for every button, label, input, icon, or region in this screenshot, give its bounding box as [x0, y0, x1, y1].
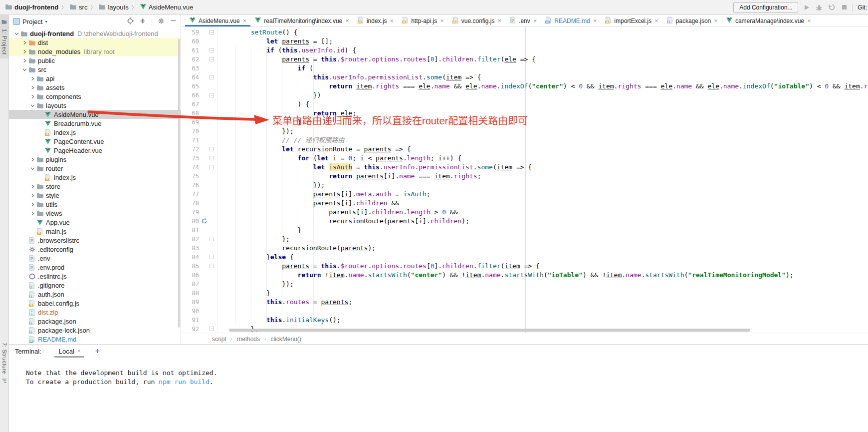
chevron-right-icon[interactable] [21, 48, 28, 55]
code-line-84[interactable]: 84– }else { [181, 253, 868, 262]
code-editor[interactable]: 59– setRoute() {60 let parents = [];61– … [181, 27, 868, 333]
code-line-74[interactable]: 74– let isAuth = this.userInfo.permissio… [181, 163, 868, 172]
tree-item-dist-zip[interactable]: dist.zip [9, 308, 181, 317]
editor-hscrollbar[interactable] [229, 329, 750, 332]
code-line-77[interactable]: 77 parents[i].meta.auth = isAuth; [181, 190, 868, 199]
editor-breadcrumb-script[interactable]: script [212, 336, 226, 343]
close-tab-icon[interactable]: × [533, 17, 537, 24]
code-line-63[interactable]: 63 if ( [181, 64, 868, 73]
editor-breadcrumb-methods[interactable]: methods [237, 336, 260, 343]
code-line-89[interactable]: 89 this.routes = parents; [181, 298, 868, 307]
chevron-down-icon[interactable] [13, 30, 20, 37]
tree-item-asidemenu-vue[interactable]: AsideMenu.vue [9, 110, 181, 119]
chevron-down-icon[interactable] [29, 102, 36, 109]
chevron-right-icon[interactable] [29, 201, 36, 208]
close-tab-icon[interactable]: × [390, 17, 394, 24]
code-line-83[interactable]: 83 recursionRoute(parents); [181, 244, 868, 253]
chevron-right-icon[interactable] [21, 39, 28, 46]
add-configuration-button[interactable]: Add Configuration... [733, 2, 798, 13]
tree-item-auth-json[interactable]: {}auth.json [9, 290, 181, 299]
close-tab-icon[interactable]: × [497, 17, 501, 24]
tree-item-api[interactable]: api [9, 74, 181, 83]
tree-item-browserslistrc[interactable]: .browserslistrc [9, 236, 181, 245]
code-line-72[interactable]: 72– let recursionRoute = parents => { [181, 145, 868, 154]
collapse-all-icon[interactable] [139, 17, 146, 26]
tree-item-main-js[interactable]: JSmain.js [9, 227, 181, 236]
tab-http-api-js[interactable]: JShttp-api.js× [398, 15, 448, 26]
tree-item-breadcrumb-vue[interactable]: Breadcrumb.vue [9, 119, 181, 128]
tree-item-pageheader-vue[interactable]: PageHeader.vue [9, 146, 181, 155]
fold-marker-icon[interactable]: – [210, 147, 214, 151]
tree-item-index-js[interactable]: JSindex.js [9, 173, 181, 182]
fold-marker-icon[interactable]: – [210, 327, 214, 331]
editor-breadcrumb-clickmenu[interactable]: clickMenu() [270, 336, 301, 343]
tab-cameramanage-index-vue[interactable]: cameraManage\index.vue× [722, 15, 815, 26]
close-tab-icon[interactable]: × [345, 17, 349, 24]
chevron-right-icon[interactable] [21, 57, 28, 64]
run-icon[interactable] [803, 3, 811, 11]
hide-icon[interactable] [170, 17, 177, 25]
code-line-78[interactable]: 78 parents[i].children && [181, 199, 868, 208]
tree-item-env[interactable]: .env [9, 254, 181, 263]
code-line-80[interactable]: 80 recursionRoute(parents[i].children); [181, 217, 868, 226]
tree-item-layouts[interactable]: layouts [9, 101, 181, 110]
tree-item-node-modules[interactable]: node_moduleslibrary root [9, 47, 181, 56]
code-line-82[interactable]: 82– }; [181, 235, 868, 244]
code-line-91[interactable]: 91 this.initialKeys(); [181, 316, 868, 325]
fold-marker-icon[interactable]: – [210, 75, 214, 79]
chevron-right-icon[interactable] [29, 210, 36, 217]
tree-item-views[interactable]: views [9, 209, 181, 218]
fold-marker-icon[interactable]: – [210, 57, 214, 61]
tree-item-dist[interactable]: dist [9, 38, 181, 47]
new-terminal-button[interactable]: + [95, 347, 100, 356]
code-line-70[interactable]: 70 }); [181, 127, 868, 136]
tab-index-js[interactable]: JSindex.js× [353, 15, 398, 26]
tool-window-button-project[interactable]: 1: Project [0, 15, 8, 58]
terminal-tab-local[interactable]: Local × [56, 345, 83, 358]
terminal-output[interactable]: Note that the development build is not o… [9, 358, 868, 432]
run-with-coverage-icon[interactable] [828, 3, 836, 11]
breadcrumb-item-duoji-frontend[interactable]: duoji-frontend [5, 3, 58, 12]
code-line-61[interactable]: 61– if (this.userInfo.id) { [181, 46, 868, 55]
fold-marker-icon[interactable]: – [210, 48, 214, 52]
chevron-down-icon[interactable] [29, 165, 36, 172]
code-line-87[interactable]: 87 }); [181, 280, 868, 289]
tree-item-router[interactable]: router [9, 164, 181, 173]
tab-importexcel-js[interactable]: JSimportExcel.js× [601, 15, 662, 26]
code-line-73[interactable]: 73– for (let i = 0; i < parents.length; … [181, 154, 868, 163]
debug-icon[interactable] [815, 3, 823, 11]
tree-item-pagecontent-vue[interactable]: PageContent.vue [9, 137, 181, 146]
chevron-right-icon[interactable] [29, 156, 36, 163]
tree-item-duoji-frontend[interactable]: duoji-frontendD:\zheheWeb\duoji-frontend [9, 29, 181, 38]
code-line-60[interactable]: 60 let parents = []; [181, 37, 868, 46]
close-tab-icon[interactable]: × [593, 17, 597, 24]
code-line-67[interactable]: 67 ) { [181, 100, 868, 109]
tree-item-src[interactable]: src [9, 65, 181, 74]
fold-marker-icon[interactable]: – [210, 165, 214, 169]
tree-item-utils[interactable]: utils [9, 200, 181, 209]
fold-marker-icon[interactable]: – [210, 255, 214, 259]
code-line-88[interactable]: 88 } [181, 289, 868, 298]
fold-marker-icon[interactable]: – [210, 237, 214, 241]
breadcrumb-item-src[interactable]: src [69, 3, 87, 12]
chevron-right-icon[interactable] [29, 183, 36, 190]
breadcrumb-item-asidemenu-vue[interactable]: AsideMenu.vue [140, 3, 194, 11]
code-line-81[interactable]: 81 } [181, 226, 868, 235]
tree-item-plugins[interactable]: plugins [9, 155, 181, 164]
tab-package-json[interactable]: {}package.json× [662, 15, 722, 26]
tree-item-env-prod[interactable]: .env.prod [9, 263, 181, 272]
close-tab-icon[interactable]: × [654, 17, 658, 24]
tree-item-eslintrc-js[interactable]: .eslintrc.js [9, 272, 181, 281]
tab-realtimemonitoring-index-vue[interactable]: realTimeMonitoring\index.vue× [250, 15, 353, 26]
chevron-right-icon[interactable] [29, 93, 36, 100]
project-scrollbar[interactable] [178, 39, 180, 328]
close-tab-icon[interactable]: × [714, 17, 718, 24]
fold-marker-icon[interactable]: – [210, 93, 214, 97]
code-line-76[interactable]: 76 }); [181, 181, 868, 190]
code-line-71[interactable]: 71 // // 递归权限路由 [181, 136, 868, 145]
chevron-right-icon[interactable] [29, 192, 36, 199]
project-view-selector[interactable]: Project [22, 18, 42, 25]
fold-marker-icon[interactable]: – [210, 156, 214, 160]
tree-item-editorconfig[interactable]: .editorconfig [9, 245, 181, 254]
code-line-75[interactable]: 75 return parents[i].name === item.right… [181, 172, 868, 181]
